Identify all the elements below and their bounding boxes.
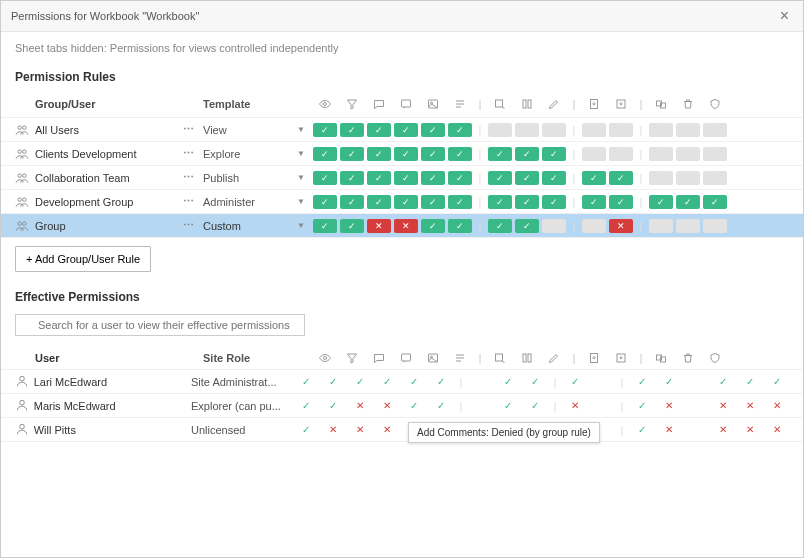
svg-point-36 bbox=[20, 424, 25, 429]
capability-cell[interactable]: ✓ bbox=[488, 219, 512, 233]
capability-cell[interactable]: ✓ bbox=[703, 195, 727, 209]
effective-row: Lari McEdwardSite Administrat...✓✓✓✓✓✓|✓… bbox=[1, 370, 803, 394]
filter-icon bbox=[340, 349, 364, 367]
capability-cell[interactable] bbox=[649, 123, 673, 137]
permissions-icon bbox=[703, 95, 727, 113]
capability-cell[interactable] bbox=[676, 147, 700, 161]
template-select[interactable]: Explore▼ bbox=[203, 148, 313, 160]
capability-cell[interactable]: ✓ bbox=[676, 195, 700, 209]
more-icon[interactable]: ⋯ bbox=[175, 147, 203, 160]
capability-cell[interactable]: ✓ bbox=[340, 171, 364, 185]
capability-cell[interactable]: ✓ bbox=[609, 195, 633, 209]
capability-cell[interactable]: ✓ bbox=[313, 171, 337, 185]
capability-cell[interactable]: ✓ bbox=[340, 123, 364, 137]
capability-cell[interactable] bbox=[649, 219, 673, 233]
more-icon[interactable]: ⋯ bbox=[175, 123, 203, 136]
capability-cell[interactable]: ✓ bbox=[488, 195, 512, 209]
capability-cell[interactable]: ✓ bbox=[394, 195, 418, 209]
capability-cell[interactable] bbox=[488, 123, 512, 137]
capability-cell[interactable]: ✓ bbox=[488, 171, 512, 185]
capability-cell[interactable]: ✓ bbox=[367, 147, 391, 161]
capability-cell[interactable]: ✕ bbox=[609, 219, 633, 233]
rule-row[interactable]: Clients Development⋯Explore▼✓✓✓✓✓✓|✓✓✓|| bbox=[1, 142, 803, 166]
move-icon bbox=[649, 349, 673, 367]
capability-cell[interactable]: ✓ bbox=[313, 147, 337, 161]
rule-row[interactable]: Development Group⋯Administer▼✓✓✓✓✓✓|✓✓✓|… bbox=[1, 190, 803, 214]
capability-cell[interactable]: ✓ bbox=[542, 195, 566, 209]
close-icon[interactable]: × bbox=[776, 7, 793, 25]
template-select[interactable]: Administer▼ bbox=[203, 196, 313, 208]
effective-capability: ✓ bbox=[375, 376, 399, 387]
capability-cell[interactable] bbox=[515, 123, 539, 137]
capability-cell[interactable]: ✓ bbox=[394, 123, 418, 137]
image-icon bbox=[421, 349, 445, 367]
capability-cell[interactable]: ✓ bbox=[421, 123, 445, 137]
capability-cell[interactable]: ✓ bbox=[313, 219, 337, 233]
capability-cell[interactable]: ✓ bbox=[448, 171, 472, 185]
capability-cell[interactable]: ✓ bbox=[313, 195, 337, 209]
template-select[interactable]: Publish▼ bbox=[203, 172, 313, 184]
capability-cell[interactable]: ✓ bbox=[448, 219, 472, 233]
capability-cell[interactable] bbox=[703, 219, 727, 233]
capability-cell[interactable]: ✓ bbox=[488, 147, 512, 161]
capability-cell[interactable]: ✓ bbox=[367, 171, 391, 185]
capability-cell[interactable]: ✕ bbox=[367, 219, 391, 233]
capability-cell[interactable]: ✓ bbox=[649, 195, 673, 209]
add-group-user-button[interactable]: + Add Group/User Rule bbox=[15, 246, 151, 272]
capability-cell[interactable] bbox=[703, 147, 727, 161]
capability-cell[interactable]: ✓ bbox=[367, 195, 391, 209]
rule-row[interactable]: Group⋯Custom▼✓✓✕✕✓✓|✓✓|✕| bbox=[1, 214, 803, 238]
rule-row[interactable]: All Users⋯View▼✓✓✓✓✓✓||| bbox=[1, 118, 803, 142]
more-icon[interactable]: ⋯ bbox=[175, 195, 203, 208]
svg-rect-6 bbox=[523, 100, 526, 108]
capability-cell[interactable]: ✓ bbox=[340, 195, 364, 209]
permissions-dialog: Permissions for Workbook "Workbook" × Sh… bbox=[0, 0, 804, 558]
capability-cell[interactable] bbox=[703, 123, 727, 137]
capability-cell[interactable] bbox=[676, 123, 700, 137]
capability-cell[interactable]: ✓ bbox=[515, 219, 539, 233]
svg-rect-5 bbox=[496, 100, 503, 107]
capability-cell[interactable]: ✓ bbox=[313, 123, 337, 137]
capability-cell[interactable]: ✓ bbox=[340, 219, 364, 233]
capability-cell[interactable]: ✓ bbox=[421, 195, 445, 209]
capability-cell[interactable]: ✓ bbox=[582, 195, 606, 209]
more-icon[interactable]: ⋯ bbox=[175, 219, 203, 232]
capability-cell[interactable] bbox=[609, 147, 633, 161]
capability-cell[interactable]: ✓ bbox=[394, 147, 418, 161]
capability-cell[interactable]: ✓ bbox=[515, 147, 539, 161]
capability-cell[interactable] bbox=[582, 147, 606, 161]
capability-cell[interactable]: ✓ bbox=[448, 147, 472, 161]
search-input[interactable] bbox=[15, 314, 305, 336]
capability-cell[interactable]: ✓ bbox=[421, 147, 445, 161]
capability-cell[interactable] bbox=[542, 123, 566, 137]
capability-cell[interactable]: ✓ bbox=[542, 171, 566, 185]
more-icon[interactable]: ⋯ bbox=[175, 171, 203, 184]
capability-cell[interactable]: ✓ bbox=[421, 219, 445, 233]
capability-cell[interactable]: ✓ bbox=[448, 195, 472, 209]
template-select[interactable]: Custom▼ bbox=[203, 220, 313, 232]
capability-cell[interactable]: ✓ bbox=[421, 171, 445, 185]
template-select[interactable]: View▼ bbox=[203, 124, 313, 136]
site-role: Site Administrat... bbox=[191, 376, 294, 388]
capability-cell[interactable] bbox=[676, 171, 700, 185]
rule-row[interactable]: Collaboration Team⋯Publish▼✓✓✓✓✓✓|✓✓✓|✓✓… bbox=[1, 166, 803, 190]
capability-cell[interactable] bbox=[649, 171, 673, 185]
capability-cell[interactable] bbox=[649, 147, 673, 161]
capability-cell[interactable]: ✓ bbox=[609, 171, 633, 185]
capability-cell[interactable]: ✓ bbox=[448, 123, 472, 137]
capability-cell[interactable] bbox=[609, 123, 633, 137]
capability-cell[interactable] bbox=[542, 219, 566, 233]
capability-cell[interactable] bbox=[582, 219, 606, 233]
effective-capabilities: ✓✓✓✓✓✓|✓✓|✓|✓✓✓✓✓ bbox=[294, 376, 789, 388]
capability-cell[interactable]: ✓ bbox=[515, 171, 539, 185]
capability-cell[interactable]: ✓ bbox=[367, 123, 391, 137]
capability-cell[interactable]: ✓ bbox=[582, 171, 606, 185]
capability-cell[interactable]: ✓ bbox=[340, 147, 364, 161]
capability-cell[interactable] bbox=[676, 219, 700, 233]
capability-cell[interactable] bbox=[582, 123, 606, 137]
capability-cell[interactable]: ✓ bbox=[394, 171, 418, 185]
capability-cell[interactable]: ✓ bbox=[515, 195, 539, 209]
capability-cell[interactable] bbox=[703, 171, 727, 185]
capability-cell[interactable]: ✕ bbox=[394, 219, 418, 233]
capability-cell[interactable]: ✓ bbox=[542, 147, 566, 161]
